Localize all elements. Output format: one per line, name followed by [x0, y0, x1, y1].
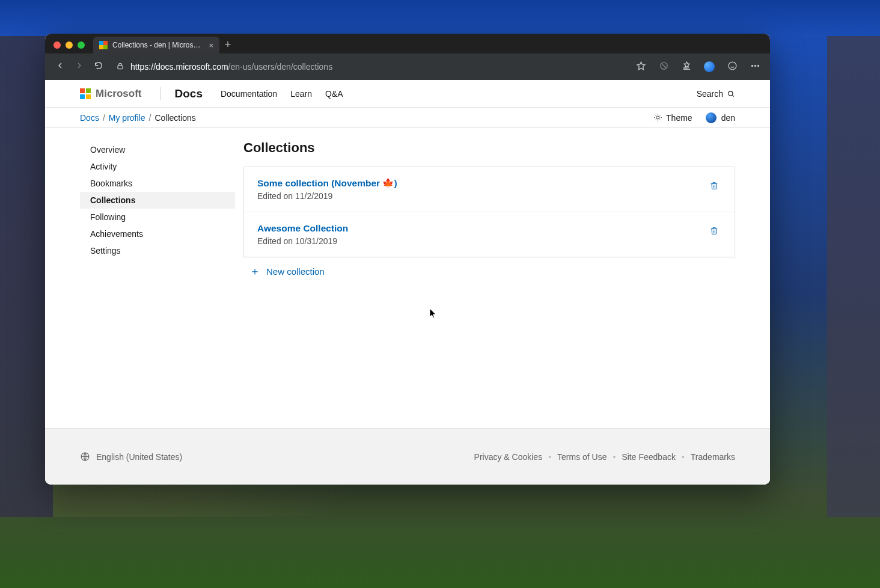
sun-icon	[653, 113, 662, 122]
maximize-window-button[interactable]	[78, 41, 85, 49]
collection-name-link[interactable]: Awesome Collection	[257, 223, 707, 234]
svg-point-2	[729, 62, 736, 70]
address-bar[interactable]: https://docs.microsoft.com/en-us/users/d…	[112, 62, 627, 72]
site-header: Microsoft Docs Documentation Learn Q&A S…	[45, 80, 770, 108]
new-tab-button[interactable]: +	[219, 38, 236, 54]
svg-rect-0	[118, 66, 123, 69]
main-panel: Collections Some collection (November 🍁)…	[235, 140, 735, 428]
collection-meta: Edited on 11/2/2019	[257, 191, 707, 201]
divider	[160, 87, 160, 100]
site-footer: English (United States) Privacy & Cookie…	[45, 428, 770, 485]
trash-icon	[709, 225, 719, 236]
microsoft-logo[interactable]: Microsoft	[80, 88, 142, 100]
globe-icon	[80, 452, 90, 462]
delete-collection-button[interactable]	[707, 223, 721, 241]
favorites-list-icon[interactable]	[681, 61, 692, 73]
sidebar-item-achievements[interactable]: Achievements	[80, 225, 235, 242]
browser-titlebar: Collections - den | Microsoft Do × +	[45, 34, 770, 54]
sidebar-item-following[interactable]: Following	[80, 209, 235, 225]
crumb-current: Collections	[154, 113, 195, 123]
url-text: https://docs.microsoft.com/en-us/users/d…	[130, 62, 332, 72]
profile-extension-icon[interactable]	[704, 61, 715, 72]
footer-terms[interactable]: Terms of Use	[557, 452, 607, 462]
more-menu-icon[interactable]	[750, 61, 760, 73]
svg-point-4	[754, 65, 756, 66]
sidebar-item-collections[interactable]: Collections	[80, 192, 235, 209]
browser-tab[interactable]: Collections - den | Microsoft Do ×	[93, 37, 219, 54]
plus-icon: ＋	[249, 266, 260, 277]
mouse-cursor	[429, 308, 436, 319]
search-button[interactable]: Search	[697, 89, 735, 99]
page-title: Collections	[243, 140, 735, 156]
window-controls	[51, 41, 90, 54]
sidebar-item-activity[interactable]: Activity	[80, 158, 235, 175]
search-icon	[727, 90, 735, 98]
forward-button[interactable]	[74, 61, 85, 73]
tracking-icon[interactable]	[658, 61, 669, 73]
user-menu[interactable]: den	[706, 112, 735, 123]
close-window-button[interactable]	[53, 41, 61, 49]
delete-collection-button[interactable]	[707, 178, 721, 196]
svg-point-3	[751, 65, 753, 66]
footer-links: Privacy & Cookies • Terms of Use • Site …	[474, 452, 735, 462]
sidebar-item-bookmarks[interactable]: Bookmarks	[80, 175, 235, 192]
new-collection-button[interactable]: ＋ New collection	[243, 257, 735, 285]
collection-item: Some collection (November 🍁) Edited on 1…	[244, 167, 735, 212]
nav-learn[interactable]: Learn	[290, 89, 312, 99]
svg-point-6	[729, 91, 733, 95]
crumb-profile[interactable]: My profile	[109, 113, 145, 123]
lock-icon	[116, 62, 124, 72]
page-content: Microsoft Docs Documentation Learn Q&A S…	[45, 80, 770, 485]
collection-name-link[interactable]: Some collection (November 🍁)	[257, 178, 707, 189]
tab-title: Collections - den | Microsoft Do	[112, 41, 204, 49]
avatar	[706, 112, 717, 123]
footer-feedback[interactable]: Site Feedback	[622, 452, 676, 462]
nav-qa[interactable]: Q&A	[325, 89, 343, 99]
language-label: English (United States)	[96, 452, 182, 462]
trash-icon	[709, 180, 719, 191]
browser-window: Collections - den | Microsoft Do × + htt…	[45, 34, 770, 485]
toolbar-right	[635, 61, 760, 73]
breadcrumb: Docs / My profile / Collections	[80, 113, 196, 123]
close-tab-icon[interactable]: ×	[209, 41, 213, 50]
content-area: Overview Activity Bookmarks Collections …	[45, 128, 770, 428]
docs-logo[interactable]: Docs	[175, 87, 203, 100]
feedback-smiley-icon[interactable]	[727, 61, 738, 73]
browser-toolbar: https://docs.microsoft.com/en-us/users/d…	[45, 54, 770, 80]
reload-button[interactable]	[93, 61, 104, 73]
profile-sidebar: Overview Activity Bookmarks Collections …	[80, 140, 235, 428]
microsoft-logo-text: Microsoft	[96, 88, 142, 100]
collection-meta: Edited on 10/31/2019	[257, 236, 707, 246]
sidebar-item-overview[interactable]: Overview	[80, 141, 235, 158]
collection-item: Awesome Collection Edited on 10/31/2019	[244, 212, 735, 257]
sub-header: Docs / My profile / Collections Theme de…	[45, 108, 770, 128]
crumb-docs[interactable]: Docs	[80, 113, 99, 123]
footer-trademarks[interactable]: Trademarks	[691, 452, 735, 462]
username: den	[721, 113, 735, 123]
search-label: Search	[697, 89, 723, 99]
svg-point-5	[757, 65, 759, 66]
back-button[interactable]	[55, 61, 66, 73]
primary-nav: Documentation Learn Q&A	[221, 89, 343, 99]
tab-favicon	[99, 41, 108, 49]
theme-label: Theme	[666, 113, 692, 123]
footer-privacy[interactable]: Privacy & Cookies	[474, 452, 543, 462]
collections-list: Some collection (November 🍁) Edited on 1…	[243, 167, 735, 257]
nav-documentation[interactable]: Documentation	[221, 89, 277, 99]
favorite-star-icon[interactable]	[635, 61, 646, 73]
minimize-window-button[interactable]	[66, 41, 73, 49]
new-collection-label: New collection	[266, 266, 325, 277]
sidebar-item-settings[interactable]: Settings	[80, 242, 235, 259]
theme-toggle[interactable]: Theme	[653, 113, 692, 123]
microsoft-logo-icon	[80, 88, 91, 99]
svg-point-7	[656, 116, 659, 119]
language-selector[interactable]: English (United States)	[80, 452, 182, 462]
